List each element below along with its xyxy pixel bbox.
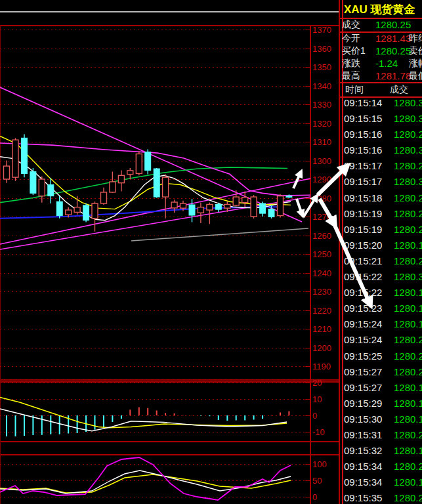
axis-tick [305,464,310,465]
tick-time: 09:15:14 [344,97,382,108]
axis-tick [305,217,310,217]
tick-row[interactable]: 09:15:161280.28 [340,126,422,142]
price-axis-label: 1370 [312,26,331,34]
tick-list[interactable]: 09:15:141280.3109:15:151280.3309:15:1612… [340,94,422,504]
gridline [0,366,310,367]
tick-time: 09:15:35 [344,492,382,503]
tick-price: 1280.22 [394,255,422,266]
tick-price: 1280.16 [394,413,422,425]
price-axis-label: 1310 [312,138,331,146]
axis-tick [305,49,310,49]
tick-row[interactable]: 09:15:251280.23 [340,348,422,364]
change-pct-label: 涨幅 [409,58,422,70]
gridline [0,236,310,236]
tick-row[interactable]: 09:15:271280.12 [340,379,422,395]
tick-row[interactable]: 09:15:201280.14 [340,237,422,253]
tick-row[interactable]: 09:15:221280.16 [340,284,422,300]
tick-row[interactable]: 09:15:241280.21 [340,331,422,347]
axis-tick [305,348,310,348]
tick-time: 09:15:30 [344,413,382,425]
open-value: 1281.43 [375,33,411,44]
tick-row[interactable]: 09:15:191280.23 [340,205,422,221]
tick-row[interactable]: 09:15:341280.20 [340,458,422,474]
tick-row[interactable]: 09:15:161280.31 [340,142,422,158]
tick-time: 09:15:24 [344,334,382,345]
price-axis-label: 1360 [312,45,331,53]
tick-price: 1280.23 [394,350,422,362]
tick-row[interactable]: 09:15:301280.16 [340,411,422,427]
tick-row[interactable]: 09:15:141280.31 [340,94,422,110]
axis-tick [305,383,310,383]
axis-tick [305,329,310,329]
tick-row[interactable]: 09:15:311280.20 [340,427,422,442]
axis-tick [305,161,310,161]
axis-tick [305,432,310,432]
price-axis-label: 10 [312,395,322,404]
price-axis-label: 1290 [312,175,331,184]
tick-row[interactable]: 09:15:351280.25 [340,490,422,504]
tick-time: 09:15:32 [344,445,382,456]
tick-row[interactable]: 09:15:181280.26 [340,190,422,205]
price-axis-label: 0 [312,493,317,501]
tick-time: 09:15:34 [344,461,382,472]
tick-row[interactable]: 09:15:241280.19 [340,316,422,331]
gridline [0,399,310,400]
tick-price: 1280.20 [394,461,422,472]
gridline [0,432,310,432]
tick-row[interactable]: 09:15:171280.30 [340,173,422,189]
tick-price: 1280.12 [394,382,422,393]
change-label: 涨跌 [342,58,360,70]
tick-time: 09:15:31 [344,429,382,440]
tick-row[interactable]: 09:15:341280.19 [340,474,422,490]
gridline [0,497,310,497]
price-axis-label: 100 [312,460,327,469]
tick-time: 09:15:19 [344,224,382,235]
price-axis-label: -10 [312,428,325,436]
trading-terminal: XAU 现货黄金 成交 1280.25 今开 1281.43 昨结 买价1 12… [0,0,422,504]
tick-time: 09:15:29 [344,398,382,409]
tick-row[interactable]: 09:15:211280.22 [340,253,422,268]
axis-tick [305,123,310,124]
tick-time: 09:15:16 [344,144,382,156]
tick-price: 1280.16 [394,287,422,298]
tick-row[interactable]: 09:15:151280.33 [340,110,422,126]
tick-row[interactable]: 09:15:231280.18 [340,300,422,316]
axis-tick [305,198,310,199]
tick-time: 09:15:27 [344,366,382,377]
tick-row[interactable]: 09:15:171280.24 [340,158,422,173]
high-label: 最高 [342,70,360,82]
tick-row[interactable]: 09:15:191280.21 [340,221,422,237]
open-label: 今开 [342,33,360,45]
tick-time: 09:15:21 [344,255,382,266]
gridline [0,415,310,416]
bid-label: 买价1 [342,45,366,57]
price-axis-label: 1210 [312,325,331,333]
tick-price: 1280.30 [394,176,422,187]
tick-row[interactable]: 09:15:321280.18 [340,442,422,458]
axis-tick [305,366,310,367]
axis-tick [305,142,310,142]
gridline [0,198,310,199]
tick-price: 1280.19 [394,318,422,329]
gridline [0,142,310,142]
axis-tick [305,291,310,292]
price-axis-label: 1300 [312,157,331,165]
tick-time: 09:15:22 [344,287,382,298]
axis-tick [305,104,310,105]
tick-time: 09:15:16 [344,129,382,140]
price-axis-label: 1230 [312,287,331,296]
tick-price: 1280.23 [394,208,422,219]
tick-price: 1280.14 [394,240,422,251]
quote-block-underline [340,82,422,83]
price-axis-label: 1190 [312,362,331,371]
axis-tick [305,86,310,87]
tick-row[interactable]: 09:15:271280.26 [340,364,422,379]
main-chart-bottom-border [0,379,339,381]
gridline [0,30,310,30]
tick-price: 1280.24 [394,160,422,171]
tick-row[interactable]: 09:15:221280.30 [340,268,422,284]
tick-price: 1280.33 [394,113,422,124]
main-chart-canvas[interactable] [0,25,310,379]
tick-price: 1280.19 [394,476,422,488]
tick-row[interactable]: 09:15:291280.17 [340,395,422,411]
